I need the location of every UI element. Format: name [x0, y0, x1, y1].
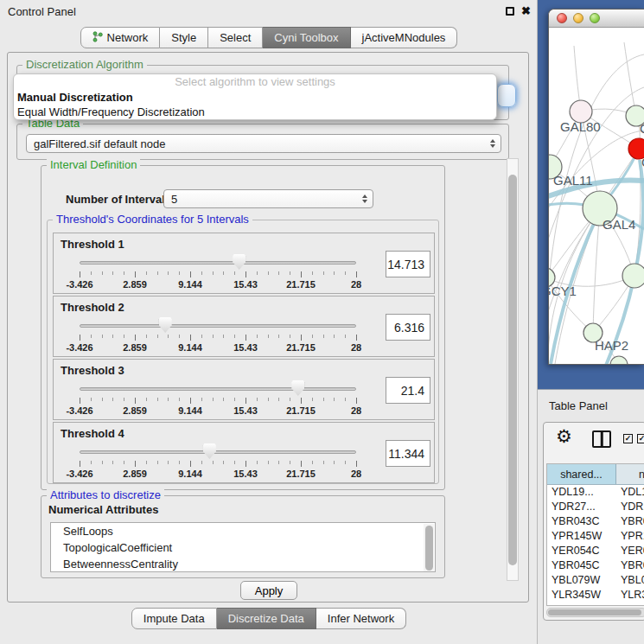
column-header-name[interactable]: name	[616, 464, 644, 484]
panel-vertical-scrollbar[interactable]	[507, 158, 519, 581]
algorithm-combo-stepper[interactable]	[497, 84, 516, 107]
slider-handle[interactable]	[233, 254, 245, 270]
network-window[interactable]: GAL80GACGAL11GAL4GCY1HHAP2	[548, 9, 644, 365]
table-row[interactable]: YBR043CYBR0	[547, 514, 644, 529]
algorithm-option-equal-width[interactable]: Equal Width/Frequency Discretization	[14, 105, 496, 119]
slider-tick	[312, 461, 313, 464]
slider-tick	[80, 461, 80, 467]
slider-track[interactable]	[80, 324, 356, 328]
algorithm-option-manual[interactable]: Manual Discretization	[14, 90, 496, 105]
tab-network[interactable]: Network	[80, 27, 161, 48]
slider-track[interactable]	[80, 450, 356, 454]
slider-tick-label: 2.859	[123, 279, 147, 290]
interval-group-title: Interval Definition	[47, 158, 140, 171]
attribute-item-betweennesscentrality[interactable]: BetweennessCentrality	[51, 556, 435, 572]
scrollbar-thumb[interactable]	[548, 609, 641, 615]
slider-tick-label: 21.715	[286, 279, 316, 290]
slider-tick-label: 28	[351, 405, 361, 416]
slider-tick	[245, 335, 246, 341]
network-node-label: GCY1	[549, 284, 577, 298]
zoom-traffic-light-icon[interactable]	[590, 13, 600, 23]
slider-tick	[135, 335, 136, 341]
minimize-traffic-light-icon[interactable]	[573, 13, 583, 23]
slider-tick	[278, 461, 279, 464]
network-graph: GAL80GACGAL11GAL4GCY1HHAP2	[549, 29, 644, 364]
table-row[interactable]: YBR045CYBR0	[547, 558, 644, 573]
threshold-box-4: Threshold 4-3.4262.8599.14415.4321.71528…	[53, 422, 435, 483]
num-intervals-combo[interactable]: 5	[163, 189, 373, 208]
slider-handle[interactable]	[291, 380, 304, 396]
slider-tick	[124, 398, 124, 401]
threshold-value-field[interactable]: 6.316	[386, 314, 430, 341]
cell-name: YLR3	[616, 588, 644, 603]
table-row[interactable]: YDL19...YDL1	[547, 485, 644, 500]
slider-handle[interactable]	[159, 317, 172, 333]
slider-tick	[234, 461, 235, 464]
table-row[interactable]: YLR345WYLR3	[547, 588, 644, 603]
slider-tick	[301, 398, 302, 404]
slider-tick	[91, 271, 92, 275]
checkbox-icon[interactable]: ✓	[637, 434, 644, 443]
numerical-attributes-label: Numerical Attributes	[48, 503, 158, 516]
float-panel-icon[interactable]	[506, 7, 514, 16]
table-row[interactable]: YBL079WYBL0	[547, 573, 644, 588]
table-data-combo[interactable]: galFiltered.sif default node	[26, 134, 501, 153]
slider-tick-label: 9.144	[178, 469, 202, 479]
slider-handle[interactable]	[203, 443, 216, 459]
close-traffic-light-icon[interactable]	[557, 13, 567, 23]
slider-tick	[268, 335, 269, 338]
tab-label: Cyni Toolbox	[274, 31, 338, 44]
slider-tick	[157, 461, 158, 464]
threshold-value-field[interactable]: 21.4	[386, 377, 430, 404]
table-settings-gear-icon[interactable]: ⚙	[556, 426, 572, 447]
tab-select[interactable]: Select	[208, 27, 263, 48]
tab-jactivemnodules[interactable]: jActiveMNodules	[351, 27, 458, 48]
table-horizontal-scrollbar[interactable]	[546, 608, 644, 617]
numerical-attributes-list[interactable]: SelfLoopsTopologicalCoefficientBetweenne…	[50, 522, 436, 572]
tab-cyni-toolbox[interactable]: Cyni Toolbox	[263, 27, 350, 48]
attribute-item-selfloops[interactable]: SelfLoops	[51, 523, 435, 539]
slider-tick	[245, 271, 246, 277]
scrollbar-thumb[interactable]	[508, 175, 517, 565]
node-table[interactable]: shared... name YDL19...YDL1YDR27...YDR2Y…	[546, 463, 644, 606]
slider-tick-label: -3.426	[66, 342, 92, 353]
tab-infer-network[interactable]: Infer Network	[316, 608, 406, 629]
network-edge[interactable]	[624, 42, 636, 116]
slider-tick	[146, 398, 147, 401]
threshold-value-field[interactable]: 14.713	[386, 251, 430, 277]
network-node-unlabeled[interactable]	[610, 356, 628, 364]
slider-tick	[257, 461, 258, 464]
table-row[interactable]: YPR145WYPR1	[547, 529, 644, 544]
cell-name: YER0	[616, 544, 644, 558]
threshold-value-field[interactable]: 11.344	[386, 440, 430, 467]
slider-tick	[234, 398, 235, 401]
table-row[interactable]: YIL052CYIL0	[547, 603, 644, 606]
slider-track[interactable]	[80, 261, 356, 265]
slider-tick	[356, 271, 357, 277]
tab-label: jActiveMNodules	[362, 31, 446, 44]
tab-label: Impute Data	[143, 612, 205, 625]
apply-button[interactable]: Apply	[240, 581, 297, 600]
table-row[interactable]: YER054CYER0	[547, 544, 644, 558]
slider-tick	[312, 271, 313, 275]
network-window-titlebar[interactable]	[549, 10, 644, 28]
close-panel-icon[interactable]: ✖	[521, 4, 531, 17]
split-columns-icon[interactable]	[592, 430, 611, 448]
network-node-h[interactable]	[622, 264, 644, 288]
attributes-list-scrollbar[interactable]	[424, 524, 434, 572]
attribute-item-topologicalcoefficient[interactable]: TopologicalCoefficient	[51, 539, 435, 556]
num-intervals-label: Number of Intervals	[66, 193, 171, 206]
column-header-shared-name[interactable]: shared...	[547, 464, 616, 484]
scrollbar-thumb[interactable]	[425, 526, 433, 571]
network-edge[interactable]	[549, 167, 550, 277]
checkbox-icon[interactable]: ✓	[623, 434, 633, 443]
table-row[interactable]: YDR27...YDR2	[547, 500, 644, 514]
threshold-box-2: Threshold 2-3.4262.8599.14415.4321.71528…	[53, 296, 435, 357]
slider-tick	[223, 335, 224, 338]
tab-impute-data[interactable]: Impute Data	[131, 608, 217, 629]
tab-discretize-data[interactable]: Discretize Data	[217, 608, 316, 629]
control-panel: Control Panel ✖ NetworkStyleSelectCyni T…	[0, 0, 538, 644]
network-canvas[interactable]: GAL80GACGAL11GAL4GCY1HHAP2	[549, 29, 644, 364]
tab-style[interactable]: Style	[160, 27, 208, 48]
slider-track[interactable]	[80, 387, 356, 391]
